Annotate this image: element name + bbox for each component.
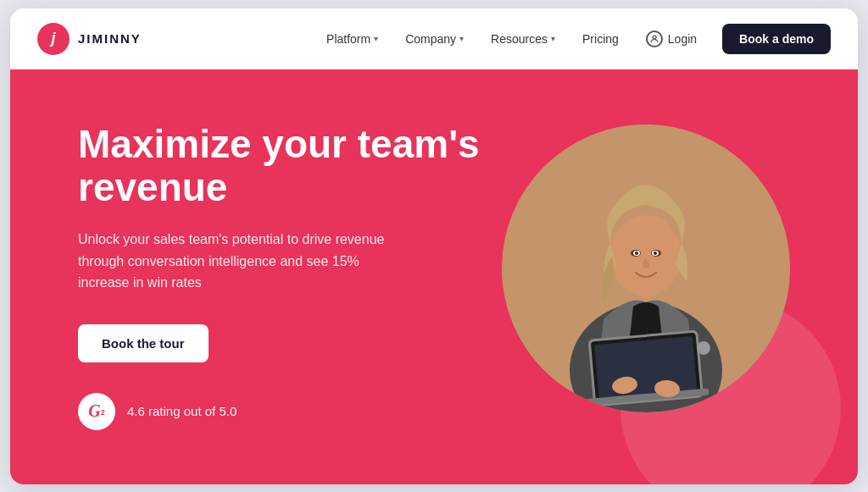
nav-item-pricing[interactable]: Pricing [570,25,631,53]
nav-links: Platform ▾ Company ▾ Resources ▾ Pricing [314,24,831,54]
hero-section: Maximize your team's revenue Unlock your… [10,69,858,484]
chevron-down-icon: ▾ [459,34,464,43]
nav-item-resources[interactable]: Resources ▾ [479,25,567,53]
nav-item-login[interactable]: Login [634,24,709,54]
book-tour-button[interactable]: Book the tour [78,324,209,362]
book-demo-button[interactable]: Book a demo [722,24,831,54]
svg-point-9 [635,252,638,255]
g2-badge: G 2 [78,393,115,430]
logo-area: j JIMINNY [37,23,142,55]
page-wrapper: j JIMINNY Platform ▾ Company ▾ Resources… [10,8,858,484]
hero-image-area [502,124,807,429]
svg-rect-13 [594,336,697,399]
chevron-down-icon: ▾ [374,34,378,43]
chevron-down-icon: ▾ [551,34,555,43]
logo-icon: j [37,23,70,55]
nav-item-platform[interactable]: Platform ▾ [314,25,390,53]
hero-title: Maximize your team's revenue [78,123,502,208]
svg-point-0 [653,36,656,39]
hero-person-image [502,124,790,412]
svg-point-4 [610,215,682,296]
navbar: j JIMINNY Platform ▾ Company ▾ Resources… [10,8,858,69]
rating-text: 4.6 rating out of 5.0 [127,404,236,418]
hero-subtitle: Unlock your sales team's potential to dr… [78,229,400,294]
nav-item-company[interactable]: Company ▾ [393,25,476,53]
user-icon [646,30,663,47]
svg-point-10 [654,252,657,255]
rating-area: G 2 4.6 rating out of 5.0 [78,393,502,430]
logo-text: JIMINNY [78,31,142,46]
hero-content: Maximize your team's revenue Unlock your… [78,123,502,430]
